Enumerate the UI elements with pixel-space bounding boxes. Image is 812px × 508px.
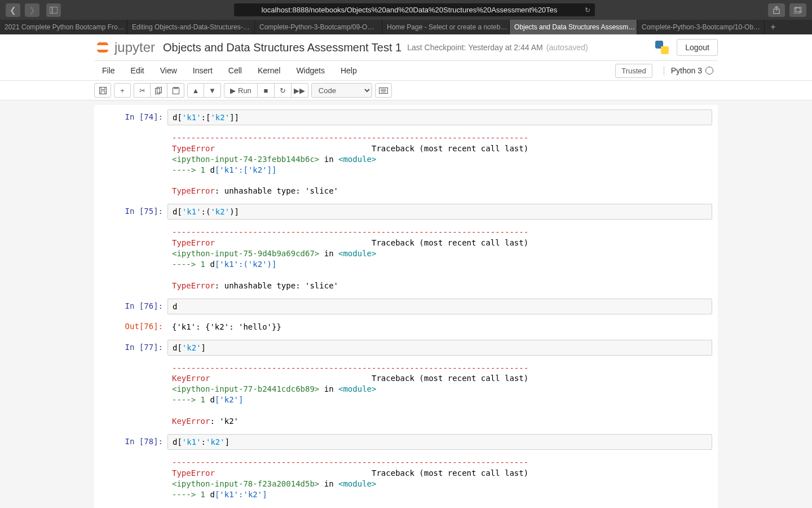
command-palette-button[interactable] [375,83,392,98]
code-input[interactable]: d['k2'] [167,340,712,356]
menu-edit[interactable]: Edit [123,66,152,75]
url-text: localhost:8888/notebooks/Objects%20and%2… [262,6,558,14]
kernel-name[interactable]: Python 3 [664,66,713,75]
code-input[interactable]: d [167,299,712,314]
notebook-area[interactable]: In [74]: d['k1':['k2']] ----------------… [0,100,812,508]
cell-type-select[interactable]: Code [311,83,372,98]
input-prompt: In [76]: [94,299,167,314]
browser-tab-bar: 2021 Complete Python Bootcamp Fro… Editi… [0,20,812,34]
run-button[interactable]: ▶ Run [224,83,258,98]
toolbar: + ✂ ▲ ▼ ▶ Run ■ ↻ ▶▶ Code [94,81,718,100]
menu-kernel[interactable]: Kernel [250,66,288,75]
jupyter-logo-text: jupyter [114,40,155,55]
output-cell: ----------------------------------------… [94,359,718,431]
share-button[interactable] [768,3,785,17]
error-output: ----------------------------------------… [167,454,533,503]
keyboard-icon [379,87,388,94]
svg-rect-7 [101,87,105,89]
python-logo-icon [654,40,670,55]
restart-button[interactable]: ↻ [275,83,292,98]
share-icon [773,6,780,14]
insert-cell-button[interactable]: + [114,83,131,98]
output-cell: Out[76]: {'k1': {'k2': 'hello'}} [94,318,718,336]
output-prompt-empty [94,224,167,294]
menu-help[interactable]: Help [333,66,365,75]
code-input[interactable]: d['k1':('k2')] [167,204,712,220]
jupyter-logo[interactable]: jupyter [94,39,155,56]
cut-button[interactable]: ✂ [134,83,151,98]
output-prompt-empty [94,360,167,430]
tabs-icon [794,7,802,14]
url-bar[interactable]: localhost:8888/notebooks/Objects%20and%2… [234,3,595,16]
output-cell: ----------------------------------------… [94,129,718,200]
menu-insert[interactable]: Insert [185,66,220,75]
code-input[interactable]: d['k1':'k2'] [167,434,712,450]
svg-rect-8 [101,91,105,94]
save-icon [99,87,107,94]
error-output: ----------------------------------------… [167,360,533,430]
code-cell[interactable]: In [78]: d['k1':'k2'] [94,433,718,451]
kernel-status-icon [705,67,713,75]
menu-file[interactable]: File [94,66,123,75]
move-up-button[interactable]: ▲ [187,83,204,98]
menu-view[interactable]: View [152,66,185,75]
jupyter-header: jupyter Objects and Data Structures Asse… [94,34,718,61]
error-output: ----------------------------------------… [167,130,533,199]
code-cell[interactable]: In [76]: d [94,297,718,316]
code-input[interactable]: d['k1':['k2']] [167,110,712,125]
trusted-indicator[interactable]: Trusted [615,64,652,78]
browser-tab[interactable]: Complete-Python-3-Bootcamp/10-Ob… [637,20,765,34]
code-cell[interactable]: In [77]: d['k2'] [94,339,718,357]
output-prompt-empty [94,130,167,199]
code-cell[interactable]: In [74]: d['k1':['k2']] [94,108,718,126]
browser-tab[interactable]: 2021 Complete Python Bootcamp Fro… [0,20,127,34]
browser-tab[interactable]: Editing Objects-and-Data-Structures-… [127,20,255,34]
paste-icon [173,87,179,94]
svg-rect-4 [794,8,800,14]
save-button[interactable] [94,83,111,98]
output-cell: ----------------------------------------… [94,453,718,504]
svg-rect-0 [50,7,58,14]
autosaved-text: (autosaved) [546,43,588,52]
output-cell: ----------------------------------------… [94,223,718,295]
copy-button[interactable] [151,83,167,98]
browser-tab[interactable]: Home Page - Select or create a noteb… [382,20,510,34]
back-button[interactable]: ❮ [6,3,20,17]
kernel-label: Python 3 [671,66,702,75]
input-prompt: In [78]: [94,434,167,450]
sidebar-toggle-button[interactable] [46,3,61,17]
input-prompt: In [75]: [94,204,167,220]
browser-tab[interactable]: Complete-Python-3-Bootcamp/09-O… [255,20,382,34]
forward-button[interactable]: ❯ [25,3,39,17]
checkpoint-text: Last Checkpoint: Yesterday at 2:44 AM [407,43,543,52]
menu-widgets[interactable]: Widgets [288,66,333,75]
menu-bar: File Edit View Insert Cell Kernel Widget… [94,61,718,80]
browser-toolbar: ❮ ❯ localhost:8888/notebooks/Objects%20a… [0,0,812,20]
run-label: Run [238,86,251,95]
new-tab-button[interactable]: + [765,20,782,34]
text-output: {'k1': {'k2': 'hello'}} [167,319,286,335]
sidebar-icon [50,7,58,14]
logout-button[interactable]: Logout [677,39,718,56]
output-prompt-empty [94,454,167,503]
browser-tab-active[interactable]: Objects and Data Structures Assessm… [510,20,637,34]
jupyter-icon [94,39,111,56]
copy-icon [155,87,162,94]
move-down-button[interactable]: ▼ [204,83,221,98]
paste-button[interactable] [167,83,184,98]
notebook-name[interactable]: Objects and Data Structures Assessment T… [163,41,401,54]
reload-icon[interactable]: ↻ [585,6,590,14]
input-prompt: In [77]: [94,340,167,356]
error-output: ----------------------------------------… [167,224,533,294]
code-cell[interactable]: In [75]: d['k1':('k2')] [94,203,718,221]
output-prompt: Out[76]: [94,319,167,335]
interrupt-button[interactable]: ■ [258,83,275,98]
menu-cell[interactable]: Cell [220,66,250,75]
restart-run-all-button[interactable]: ▶▶ [292,83,308,98]
tabs-overview-button[interactable] [789,3,806,17]
input-prompt: In [74]: [94,110,167,125]
